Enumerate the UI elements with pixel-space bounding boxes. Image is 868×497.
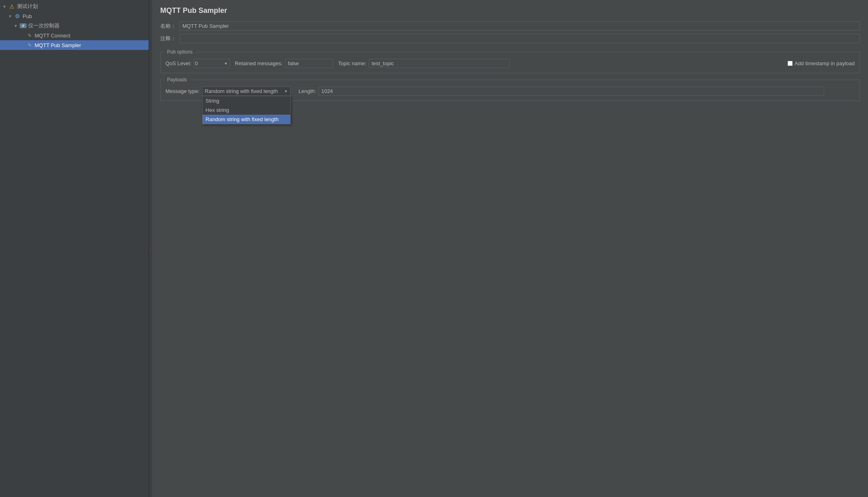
arrow-icon: ▼ (2, 4, 8, 9)
sidebar: ▼ ⚠ 测试计划 ▼ ⚙ Pub ▼ ⚡ 仅一次控制器 ✎ MQTT Conne… (0, 0, 149, 497)
message-type-menu: String Hex string Random string with fix… (202, 96, 291, 124)
qos-select-wrapper: 0 1 2 ▼ (194, 59, 230, 68)
sidebar-item-mqtt-connect[interactable]: ✎ MQTT Connect (0, 31, 149, 40)
topic-group: Topic name: (338, 59, 510, 68)
sampler-icon: ✎ (26, 41, 33, 49)
qos-select[interactable]: 0 1 2 (194, 59, 230, 68)
dropdown-item-string[interactable]: String (203, 96, 290, 105)
sidebar-item-test-plan[interactable]: ▼ ⚠ 测试计划 (0, 2, 149, 11)
main-content: MQTT Pub Sampler 名称： 注释： Pub options QoS… (152, 0, 868, 497)
message-type-select[interactable]: Random string with fixed length ▼ (202, 87, 291, 96)
retained-input[interactable] (285, 59, 333, 68)
length-group: Length: (299, 87, 824, 96)
dropdown-item-hex-string[interactable]: Hex string (203, 105, 290, 115)
timestamp-label: Add timestamp in payload (794, 60, 855, 66)
pub-options-title: Pub options (164, 48, 196, 56)
message-type-arrow-icon: ▼ (284, 89, 288, 93)
payloads-section: Payloads Message type: Random string wit… (160, 80, 860, 101)
comment-label: 注释： (160, 35, 176, 42)
qos-label: QoS Level: (165, 60, 191, 66)
topic-input[interactable] (369, 59, 510, 68)
topic-label: Topic name: (338, 60, 366, 66)
qos-group: QoS Level: 0 1 2 ▼ (165, 59, 230, 68)
payloads-row: Message type: Random string with fixed l… (165, 87, 855, 96)
message-type-group: Message type: Random string with fixed l… (165, 87, 291, 96)
page-title: MQTT Pub Sampler (160, 6, 860, 15)
name-label: 名称： (160, 23, 176, 30)
timestamp-checkbox[interactable] (787, 61, 793, 66)
resize-handle[interactable]: ⋮ (149, 0, 152, 497)
sidebar-item-label: 测试计划 (17, 3, 38, 10)
pub-options-section: Pub options QoS Level: 0 1 2 ▼ Retain (160, 52, 860, 73)
sidebar-item-label: MQTT Connect (35, 33, 70, 39)
connect-icon: ✎ (26, 32, 33, 39)
sidebar-item-label: 仅一次控制器 (28, 22, 60, 29)
arrow-icon: ▼ (14, 24, 19, 28)
sidebar-item-label: Pub (23, 13, 32, 19)
length-label: Length: (299, 88, 316, 94)
message-type-dropdown-container: Random string with fixed length ▼ String… (202, 87, 291, 96)
length-input[interactable] (318, 87, 824, 96)
retained-label: Retained messages: (235, 60, 283, 66)
sidebar-item-label: MQTT Pub Sampler (35, 42, 81, 48)
sidebar-item-controller[interactable]: ▼ ⚡ 仅一次控制器 (0, 21, 149, 31)
warning-icon: ⚠ (8, 3, 15, 10)
dropdown-item-random-string[interactable]: Random string with fixed length (203, 115, 290, 124)
payloads-title: Payloads (164, 76, 190, 83)
sidebar-item-mqtt-pub-sampler[interactable]: ✎ MQTT Pub Sampler (0, 40, 149, 50)
message-type-label: Message type: (165, 88, 200, 94)
comment-row: 注释： (160, 34, 860, 43)
arrow-icon: ▼ (8, 14, 14, 19)
pub-options-row: QoS Level: 0 1 2 ▼ Retained messages: (165, 59, 855, 68)
gear-icon: ⚙ (14, 12, 21, 20)
name-input[interactable] (180, 21, 860, 31)
retained-group: Retained messages: (235, 59, 333, 68)
sidebar-item-pub[interactable]: ▼ ⚙ Pub (0, 11, 149, 21)
comment-input[interactable] (180, 34, 860, 43)
name-row: 名称： (160, 21, 860, 31)
timestamp-checkbox-label[interactable]: Add timestamp in payload (787, 60, 855, 66)
message-type-value: Random string with fixed length (205, 88, 283, 94)
controller-icon: ⚡ (19, 22, 27, 29)
